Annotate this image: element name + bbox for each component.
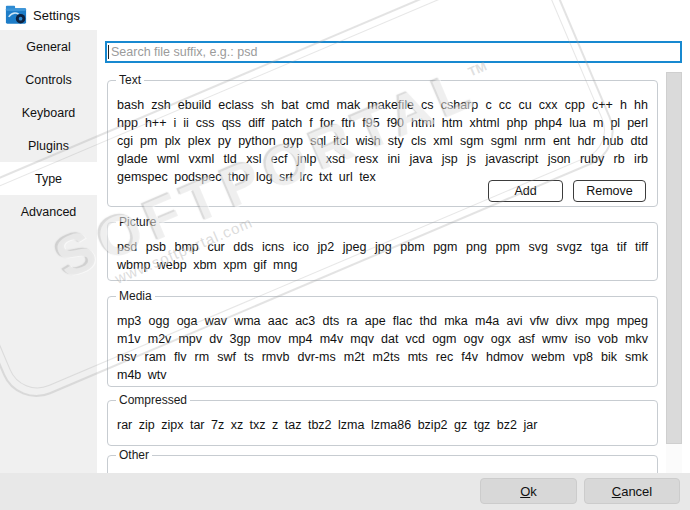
vertical-scrollbar[interactable] xyxy=(666,72,682,473)
add-button-label: Add xyxy=(514,184,536,198)
text-suffix-list[interactable]: bash zsh ebuild eclass sh bat cmd mak ma… xyxy=(108,81,657,190)
sidebar: General Controls Keyboard Plugins Type A… xyxy=(0,30,97,473)
remove-button[interactable]: Remove xyxy=(573,180,646,202)
picture-suffix-list[interactable]: psd psb bmp cur dds icns ico jp2 jpeg jp… xyxy=(108,223,657,278)
sidebar-item-plugins[interactable]: Plugins xyxy=(0,129,97,162)
group-picture-title: Picture xyxy=(116,215,159,230)
type-settings-panel: Text bash zsh ebuild eclass sh bat cmd m… xyxy=(97,30,690,473)
scrollbar-thumb[interactable] xyxy=(666,72,682,444)
sidebar-item-keyboard[interactable]: Keyboard xyxy=(0,96,97,129)
cancel-button-label: Cancel xyxy=(612,484,652,499)
text-caret xyxy=(108,45,109,59)
titlebar: Settings xyxy=(0,0,690,30)
search-input[interactable] xyxy=(105,41,682,63)
cancel-button[interactable]: Cancel xyxy=(584,478,680,504)
group-text-title: Text xyxy=(116,73,144,88)
sidebar-item-general[interactable]: General xyxy=(0,30,97,63)
media-suffix-list[interactable]: mp3 ogg oga wav wma aac ac3 dts ra ape f… xyxy=(108,297,657,388)
sidebar-item-controls[interactable]: Controls xyxy=(0,63,97,96)
settings-window: Settings General Controls Keyboard Plugi… xyxy=(0,0,690,510)
window-title: Settings xyxy=(33,8,80,23)
group-media-title: Media xyxy=(116,289,155,304)
group-text: Text bash zsh ebuild eclass sh bat cmd m… xyxy=(107,80,658,207)
app-icon xyxy=(5,4,27,26)
compressed-suffix-list[interactable]: rar zip zipx tar 7z xz txz z taz tbz2 lz… xyxy=(108,401,657,438)
add-button[interactable]: Add xyxy=(488,180,563,202)
group-compressed: Compressed rar zip zipx tar 7z xz txz z … xyxy=(107,400,658,446)
dialog-footer: Ok Cancel xyxy=(0,473,690,510)
remove-button-label: Remove xyxy=(586,184,633,198)
group-compressed-title: Compressed xyxy=(116,393,190,408)
ok-button[interactable]: Ok xyxy=(480,478,577,504)
group-media: Media mp3 ogg oga wav wma aac ac3 dts ra… xyxy=(107,296,658,387)
sidebar-item-type[interactable]: Type xyxy=(0,162,97,195)
sidebar-item-advanced[interactable]: Advanced xyxy=(0,195,97,228)
group-picture: Picture psd psb bmp cur dds icns ico jp2… xyxy=(107,222,658,281)
ok-button-label: Ok xyxy=(520,484,537,499)
group-other-title: Other xyxy=(116,448,152,463)
